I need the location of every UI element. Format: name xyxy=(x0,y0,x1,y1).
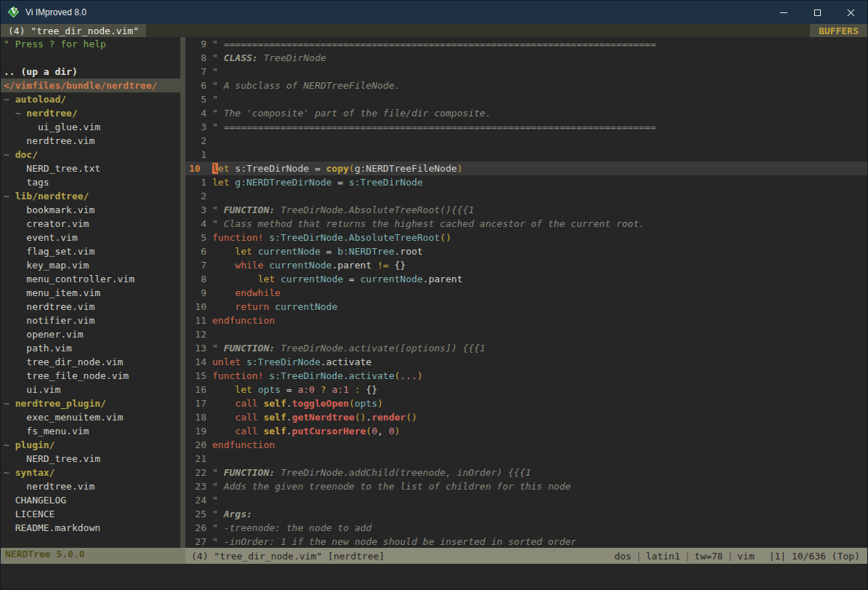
line-number: 2 xyxy=(185,134,212,148)
code-line[interactable]: 20endfunction xyxy=(185,438,867,452)
code-line[interactable]: 9" =====================================… xyxy=(185,37,867,51)
code-line[interactable]: 17 call self.toggleOpen(opts) xyxy=(185,396,867,410)
tree-file[interactable]: NERD_tree.txt xyxy=(1,162,180,175)
code-line[interactable]: 23" Adds the given treenode to the list … xyxy=(185,479,867,493)
code-line[interactable]: 4" The 'composite' part of the file/dir … xyxy=(185,106,867,120)
tree-file[interactable]: notifier.vim xyxy=(1,314,180,327)
code-line[interactable]: 10 return currentNode xyxy=(185,300,867,314)
tree-item-label: nerdtree_plugin/ xyxy=(15,398,106,409)
code-line[interactable]: 5function! s:TreeDirNode.AbsoluteTreeRoo… xyxy=(185,231,867,244)
tree-dir[interactable]: ~ syntax/ xyxy=(1,466,180,479)
tree-item-label: key_map.vim xyxy=(26,260,89,271)
code-line[interactable]: 27" -inOrder: 1 if the new node should b… xyxy=(185,535,867,548)
maximize-button[interactable] xyxy=(800,1,834,24)
tree-item-label: opener.vim xyxy=(26,329,83,340)
code-line[interactable]: 11endfunction xyxy=(185,314,867,327)
code-line[interactable]: 3" =====================================… xyxy=(185,120,867,134)
code-line[interactable]: 2 xyxy=(185,134,867,148)
code-line[interactable]: 6" A subclass of NERDTreeFileNode. xyxy=(185,79,867,92)
tree-dir[interactable]: ~ plugin/ xyxy=(1,438,180,452)
command-line[interactable] xyxy=(1,564,867,589)
code-line[interactable]: 3" FUNCTION: TreeDirNode.AbsoluteTreeRoo… xyxy=(185,203,867,217)
code-line[interactable]: 8" CLASS: TreeDirNode xyxy=(185,51,867,65)
tree-item-label: lib/nerdtree/ xyxy=(15,191,89,202)
tree-file[interactable]: README.markdown xyxy=(1,521,180,535)
code-line[interactable]: 15function! s:TreeDirNode.activate(...) xyxy=(185,369,867,383)
tree-file[interactable]: ui_glue.vim xyxy=(1,120,180,134)
tree-item-label: .. (up a dir) xyxy=(4,66,78,77)
code-line[interactable]: 13" FUNCTION: TreeDirNode.activate([opti… xyxy=(185,341,867,355)
code-line[interactable]: 24" xyxy=(185,493,867,507)
tree-blank xyxy=(1,51,180,65)
tree-dir[interactable]: ~ doc/ xyxy=(1,148,180,162)
tree-file[interactable]: opener.vim xyxy=(1,327,180,341)
minimize-button[interactable] xyxy=(767,1,800,24)
tree-file[interactable]: event.vim xyxy=(1,231,180,244)
code-line[interactable]: 1 xyxy=(185,148,867,162)
code-line[interactable]: 12 xyxy=(185,327,867,341)
tree-item-label: NERD_tree.txt xyxy=(26,163,100,174)
tree-file[interactable]: key_map.vim xyxy=(1,258,180,272)
tree-file[interactable]: NERD_tree.vim xyxy=(1,452,180,466)
tree-dir[interactable]: ~ nerdtree_plugin/ xyxy=(1,396,180,410)
line-number: 4 xyxy=(185,106,212,120)
tree-file[interactable]: ui.vim xyxy=(1,383,180,396)
code-line[interactable]: 5" xyxy=(185,92,867,106)
nerdtree-panel[interactable]: " Press ? for help.. (up a dir)</vimfile… xyxy=(1,37,180,548)
code-line[interactable]: 1let g:NERDTreeDirNode = s:TreeDirNode xyxy=(185,175,867,189)
tree-file[interactable]: nerdtree.vim xyxy=(1,300,180,314)
code-line[interactable]: 16 let opts = a:0 ? a:1 : {} xyxy=(185,383,867,396)
editor-panel[interactable]: 9" =====================================… xyxy=(185,37,867,548)
tree-indent-prefix xyxy=(4,135,26,146)
tree-dir[interactable]: ~ autoload/ xyxy=(1,92,180,106)
code-line[interactable]: 22" FUNCTION: TreeDirNode.addChild(treen… xyxy=(185,466,867,479)
tree-file[interactable]: flag_set.vim xyxy=(1,244,180,258)
tree-file[interactable]: menu_item.vim xyxy=(1,286,180,300)
code-line[interactable]: 2 xyxy=(185,189,867,203)
tree-file[interactable]: tags xyxy=(1,175,180,189)
tab-tree-dir-node[interactable]: (4) "tree_dir_node.vim" xyxy=(1,24,146,37)
line-number: 5 xyxy=(185,231,212,244)
code-text: " FUNCTION: TreeDirNode.addChild(treenod… xyxy=(212,466,867,479)
tree-file[interactable]: nerdtree.vim xyxy=(1,479,180,493)
code-line-current[interactable]: 10let s:TreeDirNode = copy(g:NERDTreeFil… xyxy=(185,162,867,175)
window-split-divider[interactable] xyxy=(180,37,185,548)
code-line[interactable]: 9 endwhile xyxy=(185,286,867,300)
tree-file[interactable]: CHANGELOG xyxy=(1,493,180,507)
tree-file[interactable]: exec_menuitem.vim xyxy=(1,410,180,424)
tree-dir[interactable]: ~ nerdtree/ xyxy=(1,106,180,120)
code-line[interactable]: 8 let currentNode = currentNode.parent xyxy=(185,272,867,286)
line-number: 24 xyxy=(185,493,212,507)
tree-file[interactable]: tree_file_node.vim xyxy=(1,369,180,383)
tree-file[interactable]: menu_controller.vim xyxy=(1,272,180,286)
code-line[interactable]: 6 let currentNode = b:NERDTree.root xyxy=(185,244,867,258)
code-line[interactable]: 21 xyxy=(185,452,867,466)
tree-indent-prefix xyxy=(4,384,26,395)
tree-indent-prefix: ~ xyxy=(4,108,26,119)
tree-item-label: </vimfiles/bundle/nerdtree/ xyxy=(4,80,157,91)
code-line[interactable]: 18 call self.getNerdtree().render() xyxy=(185,410,867,424)
tree-file[interactable]: LICENCE xyxy=(1,507,180,521)
code-line[interactable]: 25" Args: xyxy=(185,507,867,521)
code-line[interactable]: 4" Class method that returns the highest… xyxy=(185,217,867,231)
code-line[interactable]: 26" -treenode: the node to add xyxy=(185,521,867,535)
code-line[interactable]: 14unlet s:TreeDirNode.activate xyxy=(185,355,867,369)
tree-file[interactable]: nerdtree.vim xyxy=(1,134,180,148)
tree-up[interactable]: .. (up a dir) xyxy=(1,65,180,79)
line-number: 13 xyxy=(185,341,212,355)
tree-file[interactable]: creator.vim xyxy=(1,217,180,231)
tree-dir[interactable]: ~ lib/nerdtree/ xyxy=(1,189,180,203)
tree-root[interactable]: </vimfiles/bundle/nerdtree/ xyxy=(1,79,180,92)
tree-file[interactable]: tree_dir_node.vim xyxy=(1,355,180,369)
code-line[interactable]: 7 while currentNode.parent != {} xyxy=(185,258,867,272)
close-button[interactable] xyxy=(834,1,867,24)
tree-file[interactable]: path.vim xyxy=(1,341,180,355)
tree-file[interactable]: fs_menu.vim xyxy=(1,424,180,438)
title-bar[interactable]: V Vi IMproved 8.0 xyxy=(1,1,867,24)
tree-file[interactable]: bookmark.vim xyxy=(1,203,180,217)
statusline-file: (4) "tree_dir_node.vim" [nerdtree] xyxy=(191,551,385,562)
code-line[interactable]: 19 call self.putCursorHere(0, 0) xyxy=(185,424,867,438)
line-number: 14 xyxy=(185,355,212,369)
code-line[interactable]: 7" xyxy=(185,65,867,79)
line-number: 15 xyxy=(185,369,212,383)
